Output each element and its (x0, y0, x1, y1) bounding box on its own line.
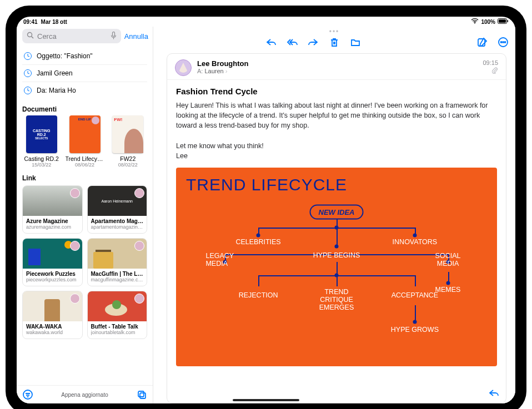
document-title: Trend Lifecycle (66, 155, 104, 162)
screen: 09:41 Mar 18 ott 100% (17, 17, 515, 403)
reply-all-icon[interactable] (287, 37, 298, 48)
link-url: wakawaka.world (26, 330, 79, 335)
attachment-trend-lifecycle[interactable]: TREND LIFECYCLE (176, 168, 497, 366)
document-date: 08/02/22 (109, 162, 148, 168)
links-grid: Azure Magazineazuremagazine.com Aaron He… (17, 184, 153, 344)
document-casting[interactable]: CASTINGRD.2SELECTS Casting RD.2 15/03/22 (22, 115, 61, 168)
node-trend-critique: TREND CRITIQUE EMERGES (314, 288, 359, 311)
suggestion-from-maria[interactable]: Da: Maria Ho (22, 82, 147, 99)
avatar (134, 188, 144, 198)
link-macguffin[interactable]: MacGuffin | The Lifemacguffinmagazine.co… (87, 238, 148, 286)
sidebar-status: Appena aggiornato (61, 392, 108, 398)
document-fw22[interactable]: FW! FW22 08/02/22 (109, 115, 148, 168)
node-innovators: INNOVATORS (393, 238, 438, 246)
svg-rect-11 (138, 391, 144, 397)
avatar (70, 294, 80, 304)
link-apartamento[interactable]: Aaron Heinemann Apartamento Maga…apartam… (87, 185, 148, 234)
trash-icon[interactable] (329, 37, 340, 48)
node-new-idea: NEW IDEA (310, 204, 364, 219)
svg-point-17 (505, 42, 506, 43)
reply-icon[interactable] (265, 37, 277, 48)
link-wakawaka[interactable]: WAKA-WAKAwakawaka.world (22, 291, 83, 339)
ipad-frame: 09:41 Mar 18 ott 100% (6, 6, 526, 409)
document-date: 08/06/22 (66, 162, 104, 168)
svg-rect-2 (499, 19, 506, 23)
node-memes: MEMES (435, 286, 461, 294)
attachment-icon (491, 67, 498, 75)
suggestion-subject[interactable]: Oggetto: "Fashion" (22, 48, 147, 64)
node-celebrities: CELEBRITIES (235, 238, 280, 246)
link-url: azuremagazine.com (26, 224, 79, 230)
document-title: FW22 (109, 155, 148, 162)
search-icon (27, 32, 34, 41)
search-cancel[interactable]: Annulla (124, 32, 148, 41)
search-placeholder: Cerca (37, 32, 107, 41)
link-title: Buffet - Table Talk (91, 324, 144, 330)
suggestion-label: Jamil Green (37, 69, 73, 77)
forward-icon[interactable] (308, 37, 319, 48)
history-icon (23, 86, 32, 95)
message-pane: ••• Lee Brou (153, 27, 515, 403)
avatar (134, 241, 144, 251)
avatar (70, 188, 80, 198)
svg-line-5 (32, 37, 34, 39)
filter-icon[interactable] (22, 389, 33, 400)
window-drag-indicator[interactable]: ••• (329, 27, 340, 36)
history-icon (23, 69, 32, 78)
link-thumb (23, 291, 82, 321)
wifi-icon (471, 18, 479, 25)
attachment-title: TREND LIFECYCLE (186, 175, 487, 194)
svg-rect-3 (508, 20, 509, 22)
link-azure[interactable]: Azure Magazineazuremagazine.com (22, 185, 83, 234)
link-buffet[interactable]: Buffet - Table Talkjoinourtabletalk.com (87, 291, 148, 339)
status-date: Mar 18 ott (41, 19, 67, 25)
search-input[interactable]: Cerca (22, 29, 121, 43)
document-date: 15/03/22 (22, 162, 61, 168)
svg-point-0 (474, 23, 475, 24)
link-url: apartamentomagazine.c… (91, 224, 144, 230)
trend-diagram: NEW IDEA CELEBRITIES INNOVATORS LEGACY M… (186, 200, 487, 344)
status-time: 09:41 (23, 19, 38, 25)
document-thumb: CASTINGRD.2SELECTS (26, 115, 57, 153)
sender-name[interactable]: Lee Broughton (197, 59, 477, 68)
link-title: WAKA-WAKA (26, 324, 79, 330)
message-subject: Fashion Trend Cycle (167, 80, 506, 100)
stack-icon[interactable] (136, 389, 147, 400)
link-piecework[interactable]: Piecework Puzzlespieceworkpuzzles.com (22, 238, 83, 286)
link-url: pieceworkpuzzles.com (26, 277, 79, 282)
link-thumb: Aaron Heinemann (88, 186, 147, 216)
quick-reply-icon[interactable] (488, 387, 499, 398)
link-thumb (88, 291, 147, 321)
recipient-line[interactable]: A: Lauren › (197, 68, 477, 74)
avatar (70, 241, 80, 251)
svg-point-16 (503, 42, 504, 43)
statusbar: 09:41 Mar 18 ott 100% (17, 17, 515, 27)
documents-heading: Documenti (17, 102, 153, 115)
sender-avatar[interactable] (175, 59, 192, 76)
suggestion-person-jamil[interactable]: Jamil Green (22, 64, 147, 82)
search-suggestions: Oggetto: "Fashion" Jamil Green Da: Maria… (17, 46, 153, 102)
node-rejection: REJECTION (239, 291, 278, 299)
message-card: Lee Broughton A: Lauren › 09:15 (167, 53, 506, 403)
svg-point-7 (23, 390, 32, 399)
move-folder-icon[interactable] (350, 37, 361, 48)
document-trend[interactable]: END LIF Trend Lifecycle 08/06/22 (66, 115, 104, 168)
node-hype-begins: HYPE BEGINS (313, 251, 360, 259)
compose-icon[interactable] (476, 37, 488, 48)
link-thumb (23, 239, 82, 269)
documents-row: CASTINGRD.2SELECTS Casting RD.2 15/03/22… (17, 115, 153, 171)
history-icon (23, 52, 32, 60)
svg-rect-6 (112, 32, 114, 36)
message-toolbar (153, 36, 515, 50)
message-time: 09:15 (483, 59, 498, 66)
sidebar-footer: Appena aggiornato (17, 385, 153, 403)
node-hype-grows: HYPE GROWS (391, 326, 439, 334)
link-title: Azure Magazine (26, 218, 79, 224)
links-heading: Link (17, 171, 153, 184)
battery-icon (498, 18, 509, 25)
home-indicator[interactable] (233, 399, 299, 401)
suggestion-label: Oggetto: "Fashion" (37, 52, 93, 60)
more-icon[interactable] (498, 37, 509, 48)
link-thumb (23, 186, 82, 216)
mic-icon[interactable] (111, 32, 117, 41)
